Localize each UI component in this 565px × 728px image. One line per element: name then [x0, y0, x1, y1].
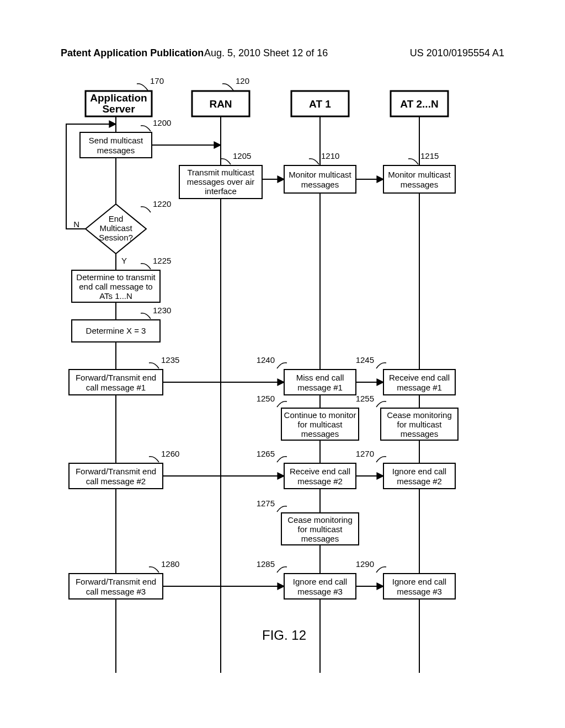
- at1-title: AT 1: [309, 98, 331, 110]
- b1265-l1: Receive end call: [290, 467, 350, 476]
- header-center: Aug. 5, 2010 Sheet 12 of 16: [204, 47, 328, 59]
- ref-1205: 1205: [233, 151, 251, 160]
- header-left: Patent Application Publication: [61, 47, 204, 59]
- b1265-l2: message #2: [297, 477, 343, 486]
- b1250-l2: for multicast: [298, 420, 343, 429]
- b1275-l2: for multicast: [298, 524, 343, 534]
- decision-N: N: [73, 220, 79, 229]
- ref-1275: 1275: [257, 499, 275, 508]
- b1255-l2: for multicast: [397, 420, 443, 429]
- b1245-l2: message #1: [397, 383, 442, 392]
- b1225-l2: end call message to: [79, 282, 152, 291]
- ref-1250: 1250: [257, 394, 275, 403]
- b1215-l2: messages: [401, 180, 438, 189]
- b1270-l1: Ignore end call: [392, 467, 446, 476]
- b1285-l2: message #3: [297, 587, 343, 596]
- b1290-l1: Ignore end call: [392, 577, 446, 586]
- b1235-l1: Forward/Transmit end: [76, 373, 156, 382]
- ref-1290: 1290: [356, 559, 374, 569]
- b1250-l1: Continue to monitor: [284, 410, 356, 420]
- ref-1215: 1215: [420, 151, 439, 160]
- ref-170: 170: [150, 77, 164, 85]
- ref-1235: 1235: [161, 355, 179, 365]
- ref-1200: 1200: [153, 118, 171, 127]
- b1280-l2: call message #3: [86, 587, 146, 596]
- b1260-l1: Forward/Transmit end: [76, 467, 156, 476]
- ref-1230: 1230: [153, 306, 171, 315]
- b1250-l3: messages: [301, 429, 339, 438]
- b1205-l2: messages over air: [187, 177, 255, 186]
- diagram: Application Server 170 RAN 120 AT 1 AT 2…: [55, 77, 513, 684]
- figure-label: FIG. 12: [262, 628, 306, 643]
- ref-1210: 1210: [321, 151, 339, 160]
- ref-1285: 1285: [257, 559, 275, 569]
- b1225-l3: ATs 1...N: [99, 291, 132, 301]
- b1290-l2: message #3: [397, 587, 442, 596]
- b1205-l3: interface: [205, 186, 237, 196]
- b1230-l1: Determine X = 3: [86, 326, 146, 335]
- at2n-title: AT 2...N: [400, 98, 438, 110]
- b1235-l2: call message #1: [86, 383, 146, 392]
- ref-1240: 1240: [257, 355, 275, 365]
- ran-title: RAN: [209, 98, 232, 110]
- b1255-l1: Cease monitoring: [387, 410, 452, 420]
- appserver-title1: Application: [90, 92, 147, 104]
- ref-1245: 1245: [356, 355, 374, 365]
- b1220-l3: Session?: [99, 233, 133, 242]
- ref-1220: 1220: [153, 199, 171, 208]
- b1200-l1: Send multicast: [89, 136, 143, 145]
- appserver-title2: Server: [102, 103, 135, 115]
- ref-1260: 1260: [161, 449, 179, 458]
- b1240-l2: message #1: [297, 383, 343, 392]
- b1280-l1: Forward/Transmit end: [76, 577, 156, 586]
- b1200-l2: messages: [97, 146, 135, 155]
- b1205-l1: Transmit multicast: [187, 168, 254, 177]
- ref-120: 120: [236, 77, 249, 85]
- page: Patent Application Publication Aug. 5, 2…: [0, 0, 565, 728]
- b1260-l2: call message #2: [86, 477, 146, 486]
- ref-1270: 1270: [356, 449, 374, 458]
- b1220-l1: End: [109, 214, 124, 223]
- b1210-l1: Monitor multicast: [289, 170, 351, 179]
- b1275-l1: Cease monitoring: [287, 515, 353, 524]
- b1285-l1: Ignore end call: [293, 577, 347, 586]
- b1240-l1: Miss end call: [296, 373, 344, 382]
- header-right: US 2010/0195554 A1: [410, 47, 504, 59]
- decision-Y: Y: [121, 256, 127, 265]
- ref-1280: 1280: [161, 559, 179, 569]
- ref-1225: 1225: [153, 256, 171, 265]
- b1245-l1: Receive end call: [389, 373, 450, 382]
- b1225-l1: Determine to transmit: [76, 272, 156, 282]
- b1215-l1: Monitor multicast: [388, 170, 451, 179]
- b1220-l2: Multicast: [99, 223, 132, 233]
- b1270-l2: message #2: [397, 477, 442, 486]
- b1210-l2: messages: [301, 180, 339, 189]
- b1255-l3: messages: [401, 429, 438, 438]
- b1275-l3: messages: [301, 534, 339, 543]
- ref-1265: 1265: [257, 449, 275, 458]
- ref-1255: 1255: [356, 394, 374, 403]
